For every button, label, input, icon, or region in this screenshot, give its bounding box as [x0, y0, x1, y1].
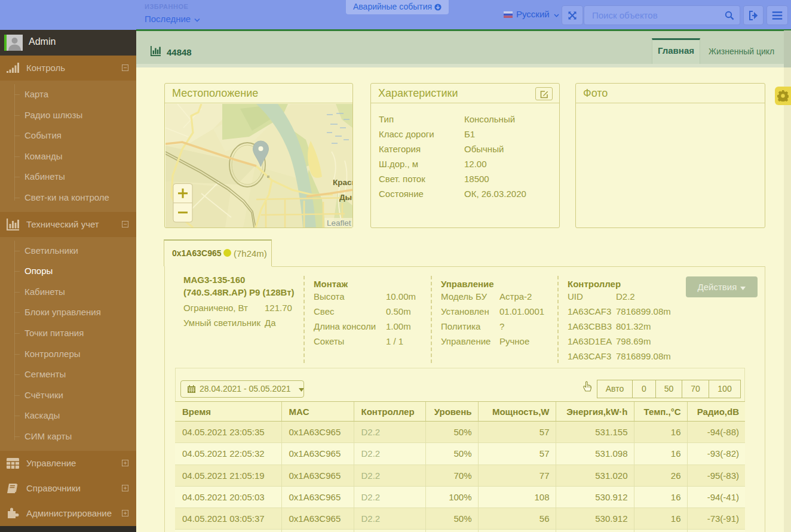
svg-text:Leaflet: Leaflet [327, 219, 351, 227]
svg-text:Красн: Красн [333, 178, 352, 187]
svg-text:Дым: Дым [339, 193, 352, 202]
